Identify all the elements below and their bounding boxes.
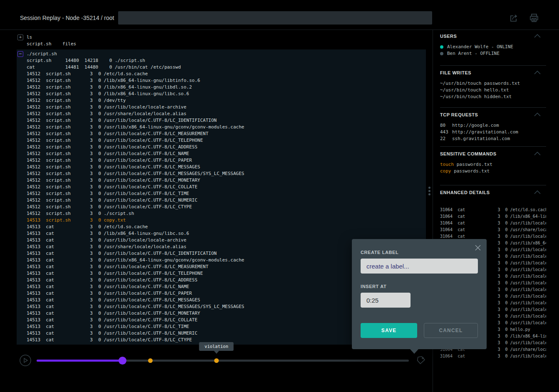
sensitive-command-row: copy passwords.txt bbox=[440, 168, 546, 175]
enhanced-detail-text: 31064 cat 3 0 /usr/lib/locale bbox=[440, 234, 546, 239]
terminal-line: 14512 script.sh 3 0 /usr/lib/locale/C.UT… bbox=[17, 170, 426, 177]
chevron-up-icon[interactable] bbox=[534, 69, 541, 74]
terminal-line-text: 14513 cat 3 0 /usr/lib/locale/C.UTF-8/LC… bbox=[27, 277, 198, 283]
terminal-line-text: 14512 script.sh 3 0 /lib/x86_64-linux-gn… bbox=[27, 84, 192, 90]
divider bbox=[440, 65, 546, 66]
modal-pointer bbox=[410, 349, 418, 354]
enhanced-detail-row: 31064 cat 3 0 /usr/share/locale bbox=[440, 227, 546, 233]
enhanced-detail-text: 31064 cat 3 0 /usr/lib/locale bbox=[440, 221, 546, 225]
chevron-up-icon[interactable] bbox=[534, 111, 541, 116]
section-users-title: USERS bbox=[440, 34, 546, 39]
terminal-line: −./script.sh bbox=[17, 51, 426, 57]
file-write-text: ~/usr/bin/touch hidden.txt bbox=[440, 94, 512, 99]
chevron-up-icon[interactable] bbox=[534, 150, 541, 155]
cancel-button[interactable]: CANCEL bbox=[424, 323, 478, 338]
create-label-modal: CREATE LABEL INSERT AT SAVE CANCEL bbox=[352, 239, 487, 349]
terminal-line: 14512 script.sh 3 0 /usr/lib/locale/C.UT… bbox=[17, 117, 426, 124]
user-name-status: Alexander Wolfe - ONLINE bbox=[447, 44, 513, 49]
label-name-input[interactable] bbox=[361, 259, 478, 274]
file-write-text: ~/usr/bin/touch passwords.txt bbox=[440, 81, 520, 86]
enhanced-detail-text: 31064 cat 3 0 /usr/lib/locale bbox=[440, 354, 546, 358]
chevron-up-icon[interactable] bbox=[534, 32, 541, 37]
file-write-row: ~/usr/bin/touch hidden.txt bbox=[440, 94, 546, 100]
terminal-line-text: 14513 cat 3 0 /usr/lib/locale/C.UTF-8/LC… bbox=[27, 291, 192, 296]
session-search-input[interactable] bbox=[118, 11, 432, 25]
tcp-url: http://google.com bbox=[452, 123, 499, 128]
terminal-line: 14512 script.sh 3 0 ./script.sh bbox=[17, 210, 426, 217]
terminal-line: 14512 script.sh 3 0 /usr/lib/x86_64-linu… bbox=[17, 124, 426, 131]
sensitive-command-arg: passwords.txt bbox=[454, 168, 490, 174]
terminal-line: cat 14481 14480 0 /usr/bin/cat /etc/pass… bbox=[17, 64, 426, 71]
terminal-line-text: 14512 script.sh 3 0 /usr/lib/locale/C.UT… bbox=[27, 164, 200, 170]
terminal-line-text: 14513 cat 3 0 /usr/lib/locale/locale-arc… bbox=[27, 237, 186, 243]
share-export-button[interactable] bbox=[509, 12, 519, 23]
user-row: Ben Arent - OFFLINE bbox=[440, 50, 546, 57]
terminal-collapsed-lines: +lsscript.sh files bbox=[17, 34, 426, 47]
sensitive-command-arg: passwords.txt bbox=[457, 162, 492, 167]
terminal-line-text: 14513 cat 3 0 /usr/lib/locale/C.UTF-8/LC… bbox=[27, 337, 192, 343]
terminal-line: +ls bbox=[17, 34, 426, 41]
close-icon[interactable] bbox=[475, 244, 481, 251]
terminal-line-text: 14512 script.sh 3 0 /usr/lib/locale/C.UT… bbox=[27, 131, 208, 136]
terminal-line-text: 14513 cat 3 0 /usr/share/locale/locale.a… bbox=[27, 244, 186, 249]
collapse-icon[interactable]: − bbox=[17, 51, 23, 57]
panel-resize-handle[interactable] bbox=[428, 185, 431, 197]
tcp-url: http://gravitational.com bbox=[452, 129, 518, 135]
divider bbox=[440, 185, 546, 185]
print-button[interactable] bbox=[529, 12, 539, 23]
enhanced-detail-row: 31064 cat 3 0 /etc/ld.so.cache bbox=[440, 207, 546, 213]
terminal-line-text: 14513 cat 3 0 /usr/lib/x86_64-linux-gnu/… bbox=[27, 257, 244, 263]
play-button[interactable] bbox=[20, 355, 31, 366]
terminal-line-text: 14512 script.sh 3 0 /usr/lib/locale/C.UT… bbox=[27, 158, 192, 163]
tcp-port: 80 bbox=[440, 122, 452, 129]
timeline-playhead[interactable] bbox=[119, 357, 126, 365]
sensitive-command-keyword: copy bbox=[440, 168, 454, 174]
terminal-line-text: 14513 cat 3 0 /usr/lib/locale/C.UTF-8/LC… bbox=[27, 330, 198, 336]
terminal-line-text: 14512 script.sh 3 0 /lib/x86_64-linux-gn… bbox=[27, 91, 189, 96]
terminal-line-text: 14513 cat 3 0 /usr/lib/locale/C.UTF-8/LC… bbox=[27, 324, 189, 329]
chevron-up-icon[interactable] bbox=[534, 189, 541, 194]
section-tcp-requests-title: TCP REQUESTS bbox=[440, 112, 546, 117]
terminal-line: 14512 script.sh 3 0 /usr/lib/locale/C.UT… bbox=[17, 204, 426, 210]
timeline-track[interactable]: violation bbox=[37, 360, 409, 362]
section-users: USERS Alexander Wolfe - ONLINEBen Arent … bbox=[440, 34, 546, 57]
terminal-line-text: 14512 script.sh 3 0 /usr/lib/x86_64-linu… bbox=[27, 124, 244, 130]
terminal-line-text: 14512 script.sh 3 0 /usr/lib/locale/C.UT… bbox=[27, 197, 198, 203]
terminal-line-text: 14513 cat 3 0 /usr/lib/locale/C.UTF-8/LC… bbox=[27, 284, 189, 289]
violation-marker[interactable] bbox=[214, 358, 219, 363]
terminal-line: 14512 script.sh 3 0 /usr/lib/locale/C.UT… bbox=[17, 177, 426, 184]
user-name-status: Ben Arent - OFFLINE bbox=[447, 51, 500, 56]
create-label-button[interactable] bbox=[415, 354, 427, 367]
header-bar: Session Replay - Node -35214 / root bbox=[0, 0, 559, 30]
section-sensitive-commands-title: SENSITIVE COMMANDS bbox=[440, 151, 546, 156]
terminal-line: 14512 script.sh 3 0 /usr/lib/locale/C.UT… bbox=[17, 184, 426, 190]
section-file-writes: FILE WRITES ~/usr/bin/touch passwords.tx… bbox=[440, 70, 546, 100]
terminal-line-text: 14513 cat 3 0 /usr/lib/locale/C.UTF-8/LC… bbox=[27, 271, 203, 276]
terminal-line: 14512 script.sh 3 0 /lib/x86_64-linux-gn… bbox=[17, 77, 426, 84]
tcp-port: 443 bbox=[440, 129, 452, 136]
terminal-line: 14512 script.sh 3 0 /lib/x86_64-linux-gn… bbox=[17, 84, 426, 91]
section-enhanced-details-title: ENHANCED DETAILS bbox=[440, 190, 546, 195]
timeline-progress bbox=[37, 360, 123, 362]
tcp-url: ssh.gravitational.com bbox=[452, 136, 510, 141]
save-button[interactable]: SAVE bbox=[361, 323, 417, 338]
terminal-line-text: ls bbox=[27, 35, 32, 40]
tag-icon bbox=[415, 354, 427, 367]
terminal-line: 14512 script.sh 3 0 /usr/lib/locale/C.UT… bbox=[17, 197, 426, 204]
terminal-line-text: 14512 script.sh 3 0 /usr/lib/locale/C.UT… bbox=[27, 151, 189, 156]
terminal-line-text: 14512 script.sh 3 0 /usr/lib/locale/C.UT… bbox=[27, 191, 189, 196]
terminal-line: 14513 cat 3 0 /lib/x86_64-linux-gnu/libc… bbox=[17, 230, 426, 237]
enhanced-detail-row: 31064 cat 3 0 /usr/lib/locale bbox=[440, 353, 546, 360]
terminal-line-text: cat 14481 14480 0 /usr/bin/cat /etc/pass… bbox=[27, 64, 181, 70]
terminal-line: 14512 script.sh 3 0 /lib/x86_64-linux-gn… bbox=[17, 91, 426, 97]
terminal-line-text: ./script.sh bbox=[27, 51, 57, 57]
play-icon bbox=[20, 355, 31, 366]
tcp-request-row: 22ssh.gravitational.com bbox=[440, 136, 546, 142]
file-write-row: ~/usr/bin/touch hello.txt bbox=[440, 87, 546, 94]
terminal-line-text: 14512 script.sh 3 0 /usr/share/locale/lo… bbox=[27, 111, 186, 116]
expand-icon[interactable]: + bbox=[17, 35, 23, 40]
terminal-line-text: 14513 cat 3 0 /lib/x86_64-linux-gnu/libc… bbox=[27, 231, 189, 236]
event-marker[interactable] bbox=[148, 358, 153, 363]
terminal-line-text: script.sh files bbox=[27, 41, 76, 47]
insert-at-input[interactable] bbox=[361, 293, 411, 308]
